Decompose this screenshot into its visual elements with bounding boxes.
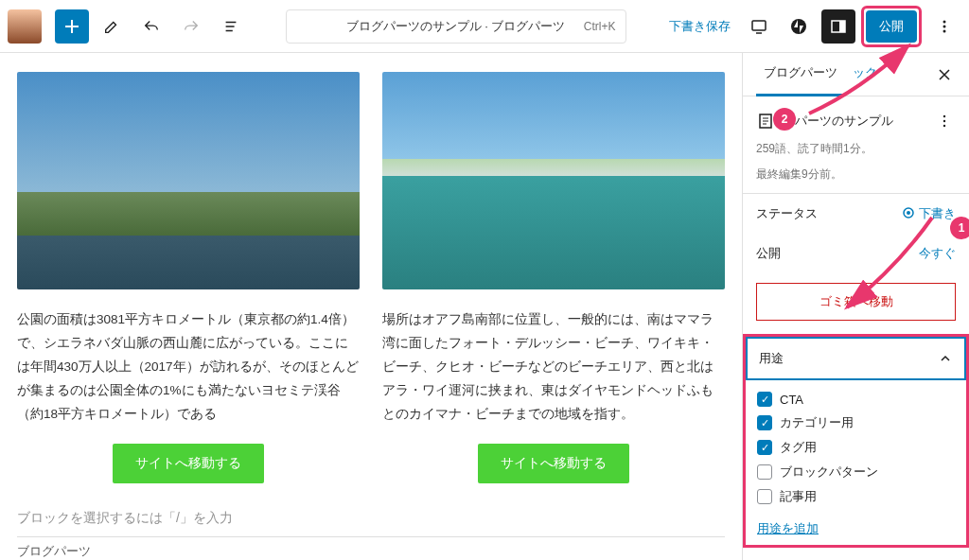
panel-icon <box>829 17 848 36</box>
doc-more-button[interactable] <box>933 110 956 132</box>
breadcrumb[interactable]: ブログパーツ <box>17 536 725 560</box>
document-title-text: ブログパーツのサンプル · ブログパーツ <box>346 18 566 35</box>
card-button-1[interactable]: サイトへ移動する <box>113 444 264 483</box>
usage-section: 用途 ✓CTA✓カテゴリー用✓タグ用ブロックパターン記事用 用途を追加 <box>743 334 969 548</box>
undo-button[interactable] <box>134 9 168 44</box>
svg-point-12 <box>907 211 910 215</box>
card-text-1: 公園の面積は3081平方キロメートル（東京都の約1.4倍）で、シエラネバダ山脈の… <box>17 308 360 427</box>
preview-button[interactable] <box>742 9 776 44</box>
card-text-2: 場所はオアフ島南部に位置し、一般的には、南はママラ湾に面したフォート・デルッシー… <box>382 308 725 427</box>
card-image-1[interactable] <box>17 72 360 289</box>
sidebar-toggle-button[interactable] <box>821 9 855 44</box>
status-value: 下書き <box>902 205 956 222</box>
close-icon <box>937 67 952 82</box>
publish-button[interactable]: 公開 <box>866 10 917 43</box>
card-button-2[interactable]: サイトへ移動する <box>478 444 629 483</box>
cards-row: 公園の面積は3081平方キロメートル（東京都の約1.4倍）で、シエラネバダ山脈の… <box>17 72 725 483</box>
redo-icon <box>183 18 200 35</box>
usage-checkbox-row[interactable]: ✓CTA <box>757 388 955 411</box>
redo-button[interactable] <box>174 9 208 44</box>
more-icon <box>935 17 954 36</box>
doc-title: グパーツのサンプル <box>783 113 893 130</box>
checkbox[interactable] <box>757 489 772 504</box>
svg-point-10 <box>943 125 945 127</box>
add-usage-link[interactable]: 用途を追加 <box>746 513 966 545</box>
document-title-input[interactable]: ブログパーツのサンプル · ブログパーツ Ctrl+K <box>286 9 626 44</box>
jetpack-button[interactable] <box>782 9 816 44</box>
publish-time-row[interactable]: 公開 今すぐ 1 <box>743 234 969 273</box>
document-summary: 2 グパーツのサンプル 259語、読了時間1分。 最終編集9分前。 <box>743 96 969 194</box>
checkbox[interactable]: ✓ <box>757 392 772 407</box>
svg-point-4 <box>943 20 946 23</box>
card-2: 場所はオアフ島南部に位置し、一般的には、南はママラ湾に面したフォート・デルッシー… <box>382 72 725 483</box>
annotation-badge-2: 2 <box>773 108 796 131</box>
svg-point-1 <box>791 19 806 34</box>
svg-point-6 <box>943 29 946 32</box>
top-toolbar: ブログパーツのサンプル · ブログパーツ Ctrl+K 下書き保存 公開 <box>0 0 969 53</box>
doc-meta-words: 259語、読了時間1分。 <box>756 140 956 158</box>
jetpack-icon <box>789 17 808 36</box>
plus-icon <box>62 17 81 36</box>
trash-button[interactable]: ゴミ箱へ移動 <box>756 283 956 321</box>
checkbox-label: ブロックパターン <box>780 464 878 481</box>
usage-header[interactable]: 用途 <box>746 337 966 380</box>
publish-highlight: 公開 <box>861 6 922 47</box>
usage-body: ✓CTA✓カテゴリー用✓タグ用ブロックパターン記事用 <box>746 380 966 513</box>
close-sidebar-button[interactable] <box>927 58 961 92</box>
usage-checkbox-row[interactable]: ブロックパターン <box>757 460 955 484</box>
doc-meta-edited: 最終編集9分前。 <box>756 166 956 184</box>
tab-block[interactable]: ック <box>845 53 885 96</box>
undo-icon <box>143 18 160 35</box>
usage-checkbox-row[interactable]: ✓タグ用 <box>757 435 955 460</box>
usage-label: 用途 <box>759 350 784 367</box>
svg-point-8 <box>943 115 945 117</box>
publish-label: 公開 <box>756 245 781 262</box>
editor-canvas[interactable]: 公園の面積は3081平方キロメートル（東京都の約1.4倍）で、シエラネバダ山脈の… <box>0 53 742 560</box>
chevron-up-icon <box>938 351 953 366</box>
add-block-button[interactable] <box>55 9 89 44</box>
list-icon <box>222 18 239 35</box>
more-icon <box>937 114 952 129</box>
annotation-badge-1: 1 <box>950 217 969 239</box>
checkbox-label: CTA <box>780 393 803 407</box>
status-dot-icon <box>902 206 915 219</box>
doc-title-row[interactable]: 2 グパーツのサンプル <box>756 110 956 132</box>
card-1: 公園の面積は3081平方キロメートル（東京都の約1.4倍）で、シエラネバダ山脈の… <box>17 72 360 483</box>
block-placeholder[interactable]: ブロックを選択するには「/」を入力 <box>17 510 725 527</box>
toolbar-right: 下書き保存 公開 <box>663 6 961 47</box>
checkbox-label: カテゴリー用 <box>780 414 854 431</box>
settings-sidebar: ブログパーツ ック 2 グパーツのサンプル 259語、読了時間1分。 最終編集9… <box>742 53 969 560</box>
checkbox[interactable]: ✓ <box>757 415 772 430</box>
svg-point-5 <box>943 25 946 27</box>
document-icon <box>756 112 775 131</box>
sidebar-tabs: ブログパーツ ック <box>743 53 969 96</box>
svg-rect-3 <box>839 21 845 32</box>
checkbox-label: 記事用 <box>780 488 817 505</box>
save-draft-button[interactable]: 下書き保存 <box>663 18 736 35</box>
more-options-button[interactable] <box>927 9 961 44</box>
status-label: ステータス <box>756 205 818 222</box>
edit-mode-button[interactable] <box>95 9 129 44</box>
checkbox[interactable] <box>757 464 772 480</box>
tab-blogparts[interactable]: ブログパーツ <box>756 53 845 96</box>
pencil-icon <box>103 18 120 35</box>
svg-point-9 <box>943 120 945 122</box>
usage-checkbox-row[interactable]: 記事用 <box>757 484 955 509</box>
main-area: 公園の面積は3081平方キロメートル（東京都の約1.4倍）で、シエラネバダ山脈の… <box>0 53 969 560</box>
avatar[interactable] <box>8 9 42 44</box>
desktop-icon <box>749 17 768 36</box>
usage-checkbox-row[interactable]: ✓カテゴリー用 <box>757 411 955 435</box>
publish-value: 今すぐ <box>919 245 956 262</box>
checkbox-label: タグ用 <box>780 439 817 456</box>
status-row[interactable]: ステータス 下書き <box>743 194 969 234</box>
shortcut-hint: Ctrl+K <box>584 20 616 33</box>
document-overview-button[interactable] <box>214 9 248 44</box>
svg-rect-0 <box>752 21 766 30</box>
card-image-2[interactable] <box>382 72 725 289</box>
title-bar: ブログパーツのサンプル · ブログパーツ Ctrl+K <box>254 9 658 44</box>
checkbox[interactable]: ✓ <box>757 440 772 455</box>
